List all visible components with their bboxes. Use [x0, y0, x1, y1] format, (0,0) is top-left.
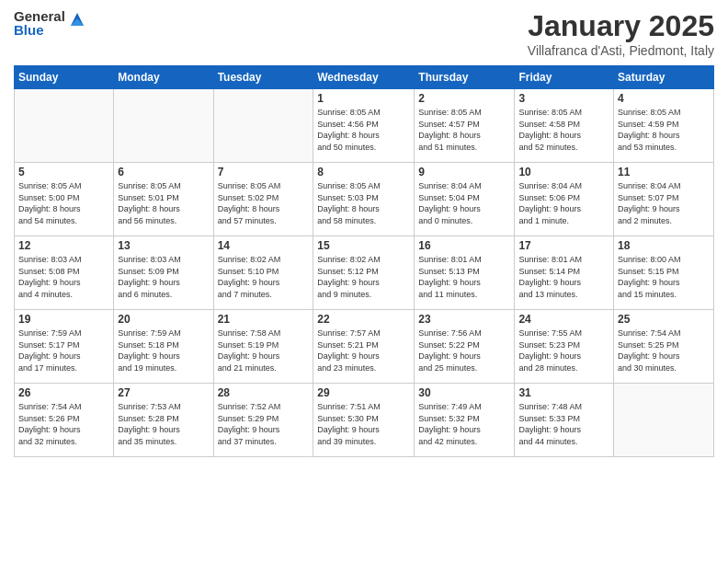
day-number: 31 [518, 386, 609, 399]
day-info: Sunrise: 7:59 AM Sunset: 5:18 PM Dayligh… [118, 327, 209, 373]
calendar-week-row: 19Sunrise: 7:59 AM Sunset: 5:17 PM Dayli… [15, 310, 714, 384]
day-number: 2 [418, 92, 510, 105]
calendar-cell: 6Sunrise: 8:05 AM Sunset: 5:01 PM Daylig… [114, 163, 213, 236]
day-info: Sunrise: 7:52 AM Sunset: 5:29 PM Dayligh… [218, 401, 310, 447]
day-number: 24 [518, 313, 609, 326]
day-info: Sunrise: 8:05 AM Sunset: 4:58 PM Dayligh… [518, 107, 609, 153]
day-number: 16 [418, 239, 510, 252]
calendar-cell: 9Sunrise: 8:04 AM Sunset: 5:04 PM Daylig… [415, 163, 515, 236]
day-info: Sunrise: 7:48 AM Sunset: 5:33 PM Dayligh… [518, 401, 609, 447]
day-info: Sunrise: 8:01 AM Sunset: 5:13 PM Dayligh… [418, 254, 510, 300]
day-number: 19 [18, 313, 109, 326]
weekday-header-row: SundayMondayTuesdayWednesdayThursdayFrid… [15, 66, 714, 89]
day-info: Sunrise: 8:01 AM Sunset: 5:14 PM Dayligh… [518, 254, 609, 300]
calendar-cell: 22Sunrise: 7:57 AM Sunset: 5:21 PM Dayli… [313, 310, 415, 384]
day-info: Sunrise: 8:04 AM Sunset: 5:04 PM Dayligh… [418, 180, 510, 226]
calendar-cell: 13Sunrise: 8:03 AM Sunset: 5:09 PM Dayli… [114, 236, 213, 310]
day-number: 14 [218, 239, 310, 252]
weekday-header-tuesday: Tuesday [213, 66, 313, 89]
calendar-cell: 27Sunrise: 7:53 AM Sunset: 5:28 PM Dayli… [114, 384, 213, 457]
day-info: Sunrise: 7:54 AM Sunset: 5:26 PM Dayligh… [18, 401, 109, 447]
day-info: Sunrise: 7:58 AM Sunset: 5:19 PM Dayligh… [218, 327, 310, 373]
day-info: Sunrise: 8:05 AM Sunset: 4:59 PM Dayligh… [618, 107, 710, 153]
day-number: 25 [618, 313, 710, 326]
weekday-header-friday: Friday [515, 66, 614, 89]
day-number: 23 [418, 313, 510, 326]
day-number: 1 [317, 92, 410, 105]
day-info: Sunrise: 7:56 AM Sunset: 5:22 PM Dayligh… [418, 327, 510, 373]
calendar-cell: 3Sunrise: 8:05 AM Sunset: 4:58 PM Daylig… [515, 89, 614, 163]
day-number: 13 [118, 239, 209, 252]
calendar-cell: 17Sunrise: 8:01 AM Sunset: 5:14 PM Dayli… [515, 236, 614, 310]
day-info: Sunrise: 8:03 AM Sunset: 5:08 PM Dayligh… [18, 254, 109, 300]
day-info: Sunrise: 8:05 AM Sunset: 4:57 PM Dayligh… [418, 107, 510, 153]
day-number: 12 [18, 239, 109, 252]
day-info: Sunrise: 7:49 AM Sunset: 5:32 PM Dayligh… [418, 401, 510, 447]
calendar-cell: 18Sunrise: 8:00 AM Sunset: 5:15 PM Dayli… [614, 236, 714, 310]
day-number: 15 [317, 239, 410, 252]
day-number: 27 [118, 386, 209, 399]
calendar-cell: 20Sunrise: 7:59 AM Sunset: 5:18 PM Dayli… [114, 310, 213, 384]
day-info: Sunrise: 8:02 AM Sunset: 5:10 PM Dayligh… [218, 254, 310, 300]
day-info: Sunrise: 8:04 AM Sunset: 5:07 PM Dayligh… [618, 180, 710, 226]
logo-general: General [14, 9, 65, 23]
day-number: 8 [317, 166, 410, 178]
calendar-cell [614, 384, 714, 457]
title-block: January 2025 Villafranca d'Asti, Piedmon… [528, 9, 714, 58]
location-subtitle: Villafranca d'Asti, Piedmont, Italy [528, 43, 714, 58]
weekday-header-saturday: Saturday [614, 66, 714, 89]
day-number: 17 [518, 239, 609, 252]
day-number: 5 [18, 166, 109, 178]
calendar-cell: 23Sunrise: 7:56 AM Sunset: 5:22 PM Dayli… [415, 310, 515, 384]
day-info: Sunrise: 8:05 AM Sunset: 5:03 PM Dayligh… [317, 180, 410, 226]
weekday-header-sunday: Sunday [15, 66, 114, 89]
calendar-cell: 2Sunrise: 8:05 AM Sunset: 4:57 PM Daylig… [415, 89, 515, 163]
calendar-table: SundayMondayTuesdayWednesdayThursdayFrid… [14, 65, 714, 457]
day-number: 18 [618, 239, 710, 252]
weekday-header-thursday: Thursday [415, 66, 515, 89]
calendar-cell: 7Sunrise: 8:05 AM Sunset: 5:02 PM Daylig… [213, 163, 313, 236]
day-info: Sunrise: 7:53 AM Sunset: 5:28 PM Dayligh… [118, 401, 209, 447]
day-number: 7 [218, 166, 310, 178]
logo: General Blue [14, 9, 87, 37]
day-number: 3 [518, 92, 609, 105]
day-info: Sunrise: 7:59 AM Sunset: 5:17 PM Dayligh… [18, 327, 109, 373]
calendar-cell: 4Sunrise: 8:05 AM Sunset: 4:59 PM Daylig… [614, 89, 714, 163]
calendar-cell: 5Sunrise: 8:05 AM Sunset: 5:00 PM Daylig… [15, 163, 114, 236]
day-number: 22 [317, 313, 410, 326]
day-number: 21 [218, 313, 310, 326]
day-info: Sunrise: 7:54 AM Sunset: 5:25 PM Dayligh… [618, 327, 710, 373]
calendar-week-row: 26Sunrise: 7:54 AM Sunset: 5:26 PM Dayli… [15, 384, 714, 457]
day-info: Sunrise: 8:05 AM Sunset: 5:00 PM Dayligh… [18, 180, 109, 226]
calendar-cell: 29Sunrise: 7:51 AM Sunset: 5:30 PM Dayli… [313, 384, 415, 457]
day-info: Sunrise: 8:05 AM Sunset: 5:02 PM Dayligh… [218, 180, 310, 226]
calendar-cell: 31Sunrise: 7:48 AM Sunset: 5:33 PM Dayli… [515, 384, 614, 457]
day-number: 10 [518, 166, 609, 178]
calendar-cell: 1Sunrise: 8:05 AM Sunset: 4:56 PM Daylig… [313, 89, 415, 163]
day-number: 9 [418, 166, 510, 178]
header: General Blue January 2025 Villafranca d'… [14, 9, 714, 58]
day-info: Sunrise: 8:00 AM Sunset: 5:15 PM Dayligh… [618, 254, 710, 300]
calendar-cell: 24Sunrise: 7:55 AM Sunset: 5:23 PM Dayli… [515, 310, 614, 384]
weekday-header-wednesday: Wednesday [313, 66, 415, 89]
day-number: 28 [218, 386, 310, 399]
calendar-cell: 14Sunrise: 8:02 AM Sunset: 5:10 PM Dayli… [213, 236, 313, 310]
calendar-cell: 19Sunrise: 7:59 AM Sunset: 5:17 PM Dayli… [15, 310, 114, 384]
weekday-header-monday: Monday [114, 66, 213, 89]
day-number: 30 [418, 386, 510, 399]
day-number: 26 [18, 386, 109, 399]
calendar-week-row: 5Sunrise: 8:05 AM Sunset: 5:00 PM Daylig… [15, 163, 714, 236]
calendar-cell [114, 89, 213, 163]
day-info: Sunrise: 8:05 AM Sunset: 5:01 PM Dayligh… [118, 180, 209, 226]
calendar-cell: 8Sunrise: 8:05 AM Sunset: 5:03 PM Daylig… [313, 163, 415, 236]
logo-icon [67, 9, 87, 29]
calendar-cell: 25Sunrise: 7:54 AM Sunset: 5:25 PM Dayli… [614, 310, 714, 384]
calendar-cell: 21Sunrise: 7:58 AM Sunset: 5:19 PM Dayli… [213, 310, 313, 384]
calendar-cell [15, 89, 114, 163]
logo-blue: Blue [14, 23, 65, 37]
day-number: 4 [618, 92, 710, 105]
page: General Blue January 2025 Villafranca d'… [0, 0, 728, 563]
calendar-cell: 28Sunrise: 7:52 AM Sunset: 5:29 PM Dayli… [213, 384, 313, 457]
day-info: Sunrise: 8:02 AM Sunset: 5:12 PM Dayligh… [317, 254, 410, 300]
day-info: Sunrise: 8:05 AM Sunset: 4:56 PM Dayligh… [317, 107, 410, 153]
